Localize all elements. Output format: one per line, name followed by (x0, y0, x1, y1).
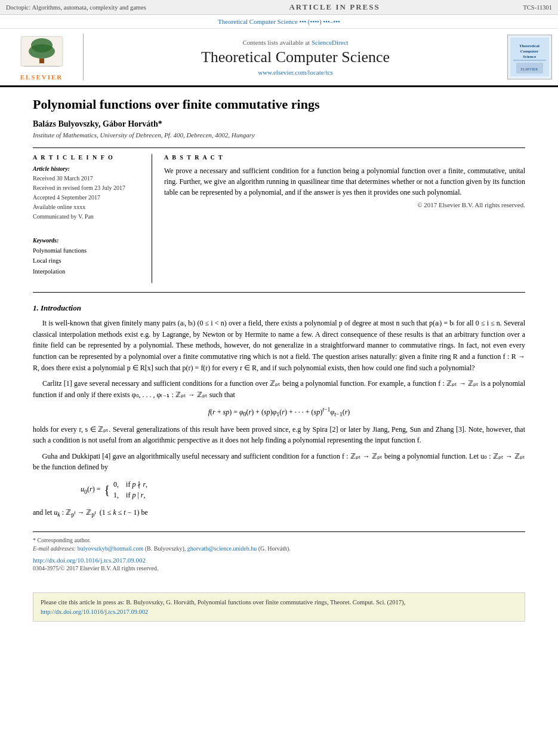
svg-text:Science: Science (523, 54, 536, 59)
intro-para4: Guha and Dukkipati [4] gave an algorithm… (33, 451, 525, 473)
corresponding-author-note: * Corresponding author. (33, 537, 525, 543)
email1-link[interactable]: bulyovszkyb@hotmail.com (78, 545, 144, 552)
formula1: f(r + sp) = φ0(r) + (sp)φ1(r) + · · · + … (33, 406, 525, 417)
journal-url[interactable]: www.elsevier.com/locate/tcs (93, 69, 498, 76)
affiliation: Institute of Mathematics, University of … (33, 131, 525, 139)
footnote-area: * Corresponding author. E-mail addresses… (33, 531, 525, 552)
history-line-2: Received in revised form 23 July 2017 (33, 183, 143, 193)
journal-reference-link[interactable]: Theoretical Computer Science ••• (••••) … (218, 18, 340, 25)
article-history: Article history: Received 30 March 2017 … (33, 165, 143, 222)
intro-heading: 1. Introduction (33, 303, 525, 313)
svg-text:ELSEVIER: ELSEVIER (521, 67, 538, 71)
history-line-4: Available online xxxx (33, 202, 143, 212)
divider-mid (33, 292, 525, 293)
tcs-journal-icon: Theoretical Computer Science ELSEVIER (510, 38, 549, 76)
paper-title: Polynomial functions over finite commuta… (33, 96, 525, 113)
intro-para2: Carlitz [1] gave several necessary and s… (33, 378, 525, 400)
article-info-label: A R T I C L E I N F O (33, 154, 143, 161)
keywords-heading: Keywords: (33, 237, 143, 244)
elsevier-tree-icon (18, 33, 66, 72)
intro-para1: It is well-known that given finitely man… (33, 318, 525, 373)
article-info-abstract: A R T I C L E I N F O Article history: R… (33, 154, 525, 284)
journal-center-info: Contents lists available at ScienceDirec… (84, 39, 507, 76)
paper-content: Polynomial functions over finite commuta… (0, 87, 558, 583)
sciencedirect-availability: Contents lists available at ScienceDirec… (93, 39, 498, 46)
elsevier-brand: ELSEVIER (20, 73, 63, 81)
doi-link[interactable]: http://dx.doi.org/10.1016/j.tcs.2017.09.… (33, 557, 146, 564)
formula2: u0(r) = { 0, if p ∤ r, 1, if p | r, (81, 480, 525, 500)
history-line-5: Communicated by V. Pan (33, 212, 143, 222)
elsevier-logo-section: ELSEVIER (6, 33, 84, 81)
keyword-1: Polynomial functions (33, 245, 143, 256)
svg-text:Computer: Computer (520, 49, 539, 54)
journal-header: ELSEVIER Contents lists available at Sci… (0, 29, 558, 87)
article-in-press-label: ARTICLE IN PRESS (289, 2, 380, 12)
abstract-text: We prove a necessary and sufficient cond… (164, 165, 525, 198)
history-line-3: Accepted 4 September 2017 (33, 193, 143, 202)
article-info-column: A R T I C L E I N F O Article history: R… (33, 154, 152, 284)
doctopic-label: Doctopic: Algorithms, automata, complexi… (6, 4, 146, 11)
history-heading: Article history: (33, 165, 143, 172)
journal-logo-right: Theoretical Computer Science ELSEVIER (507, 35, 552, 79)
journal-title: Theoretical Computer Science (93, 48, 498, 66)
abstract-label: A B S T R A C T (164, 154, 525, 161)
svg-rect-3 (39, 59, 44, 63)
keyword-2: Local rings (33, 256, 143, 266)
journal-link-bar: Theoretical Computer Science ••• (••••) … (0, 15, 558, 29)
abstract-column: A B S T R A C T We prove a necessary and… (164, 154, 525, 284)
svg-point-2 (29, 44, 55, 59)
doi-section: http://dx.doi.org/10.1016/j.tcs.2017.09.… (33, 555, 525, 571)
authors: Balázs Bulyovszky, Gábor Horváth* (33, 119, 525, 129)
email2-link[interactable]: ghorvath@science.unideb.hu (187, 545, 257, 552)
cite-doi-link[interactable]: http://dx.doi.org/10.1016/j.tcs.2017.09.… (41, 609, 148, 615)
divider-top (33, 147, 525, 148)
sciencedirect-link[interactable]: ScienceDirect (312, 39, 349, 46)
email-line: E-mail addresses: bulyovszkyb@hotmail.co… (33, 545, 525, 552)
keywords-section: Keywords: Polynomial functions Local rin… (33, 237, 143, 278)
top-bar: Doctopic: Algorithms, automata, complexi… (0, 0, 558, 15)
copyright-line: 0304-3975/© 2017 Elsevier B.V. All right… (33, 565, 525, 571)
history-line-1: Received 30 March 2017 (33, 174, 143, 183)
citation-bar: Please cite this article in press as: B.… (33, 592, 525, 622)
svg-text:Theoretical: Theoretical (519, 44, 539, 48)
keyword-3: Interpolation (33, 266, 143, 277)
intro-para3: holds for every r, s ∈ ℤₚₜ. Several gene… (33, 424, 525, 446)
intro-para5: and let uk : ℤpt → ℤpt (1 ≤ k ≤ t − 1) b… (33, 507, 525, 520)
abstract-copyright: © 2017 Elsevier B.V. All rights reserved… (164, 201, 525, 208)
article-id: TCS-11301 (523, 4, 552, 11)
